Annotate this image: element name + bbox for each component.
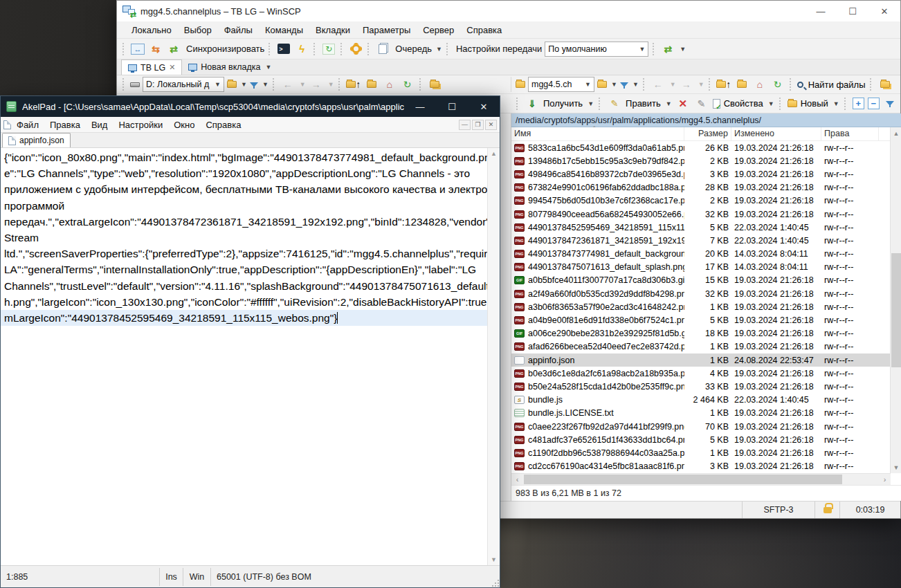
preferences-gear-icon[interactable] [348, 42, 363, 57]
minimize-button[interactable]: — [404, 96, 436, 117]
remote-dir-dropdown[interactable]: mgg4.5.ch▼ [528, 77, 594, 92]
menu-item[interactable]: Команды [259, 25, 309, 35]
editor-line[interactable]: Stream [1, 230, 487, 246]
commands-icon[interactable]: ϟ [294, 42, 309, 57]
delete-icon[interactable]: ✕ [675, 96, 691, 111]
table-row[interactable]: GIFa0b5bfce4011f3007707a17ca8d306b3.gif … [511, 274, 891, 287]
table-row[interactable]: PNGb50e24a528f15cda1d42b0be2535ff9c.png … [511, 380, 891, 393]
menu-item[interactable]: Окно [168, 120, 200, 130]
column-rights[interactable]: Права [821, 127, 879, 140]
close-tab-icon[interactable]: ✕ [169, 63, 175, 72]
scroll-right-icon[interactable]: › [879, 474, 891, 485]
refresh-icon[interactable]: ↻ [321, 42, 336, 57]
table-row[interactable]: PNGcd2cc676190ac4314e5fbc81aaac81f6.png … [511, 460, 891, 473]
compare-panels-icon[interactable]: ↔ [130, 42, 145, 57]
filter-icon[interactable] [620, 82, 628, 87]
table-row[interactable]: PNG5833ca1a6bc543d1e609ff3da0a61ab5.png … [511, 141, 891, 154]
menu-item[interactable]: Справка [200, 120, 246, 130]
sync-browsing-icon[interactable] [877, 77, 893, 92]
rename-icon[interactable]: ✎ [694, 96, 709, 111]
editor-line[interactable]: Channels","trustLevel":"default","versio… [1, 278, 487, 294]
synchronize-icon[interactable]: ⇄ [166, 42, 181, 57]
table-row[interactable]: PNGb0e3d6c1e8da2fc61a98acb2a18b935a.png … [511, 367, 891, 380]
editor-line[interactable]: mLargeIcon":"44901378452595469_34218591_… [1, 310, 487, 326]
table-row[interactable]: appinfo.json 1 KB 24.08.2024 22:53:47 rw… [511, 353, 891, 367]
resize-grip[interactable] [491, 579, 500, 587]
maximize-button[interactable]: ☐ [837, 1, 868, 21]
akelpad-titlebar[interactable]: AkelPad - [C:\Users\samae\AppData\Local\… [1, 96, 500, 117]
home-directory-icon[interactable]: ⌂ [382, 77, 397, 92]
column-modified[interactable]: Изменено [731, 127, 821, 140]
back-icon[interactable]: ← [650, 77, 666, 92]
table-row[interactable]: PNG44901378475071613_default_splash.png … [511, 261, 891, 274]
menu-item[interactable]: Файлы [218, 25, 259, 35]
refresh-panel-icon[interactable]: ↻ [400, 77, 415, 92]
editor-line[interactable]: приложением с удобным интерфейсом, беспл… [1, 181, 487, 197]
transfer-preset-dropdown[interactable]: По умолчанию▼ [545, 42, 648, 57]
scrollbar-thumb[interactable] [524, 475, 842, 484]
winscp-titlebar[interactable]: ⇄ mgg4.5.channelplus – TB LG – WinSCP — … [117, 1, 900, 21]
filter-icon[interactable] [250, 82, 258, 87]
table-row[interactable]: PNG673824e9901c06196fab62ddadbc188a.png … [511, 181, 891, 194]
minimize-button[interactable]: — [805, 1, 837, 21]
vertical-scrollbar[interactable]: ▲ ▼ [890, 127, 901, 473]
new-session-tab[interactable]: Новая вкладка ▼ [182, 59, 277, 75]
table-row[interactable]: PNGc481adfc37e652615d1f43633dd1bc64.png … [511, 433, 891, 446]
transfer-settings-label[interactable]: Настройки передачи [456, 44, 542, 54]
close-button[interactable]: ✕ [868, 1, 900, 21]
parent-directory-icon[interactable]: ↑ [716, 77, 731, 92]
editor-line[interactable]: программой [1, 198, 487, 214]
select-plus-icon[interactable]: + [853, 98, 864, 109]
menu-item[interactable]: Справка [460, 25, 508, 35]
table-row[interactable]: PNGc1190f2dbb96c53879886944c03aa25a.png … [511, 446, 891, 459]
editor-line[interactable]: h.png","largeIcon":"icon_130x130.png","i… [1, 294, 487, 310]
tree-toggle-icon[interactable] [427, 77, 442, 92]
session-tab-active[interactable]: TB LG ✕ [121, 59, 182, 75]
menu-item[interactable]: Параметры [356, 25, 417, 35]
mdi-restore-button[interactable]: ❐ [472, 120, 484, 130]
filter-funnel-icon[interactable] [886, 101, 894, 106]
document-tab[interactable]: appinfo.json [2, 133, 71, 147]
find-files-button[interactable]: Найти файлы [808, 80, 866, 90]
menu-item[interactable]: Файл [11, 120, 44, 130]
scroll-up-icon[interactable]: ▲ [891, 127, 901, 139]
edit-button[interactable]: Править [626, 98, 661, 109]
properties-button[interactable]: Свойства [724, 98, 763, 109]
table-row[interactable]: PNG498496ca85416b89372cb7de03965e3d.p...… [511, 167, 891, 181]
transfer-options-icon[interactable]: ⇄ [660, 42, 675, 57]
new-button[interactable]: Новый [801, 98, 828, 109]
queue-icon[interactable] [375, 42, 390, 57]
mdi-minimize-button[interactable]: — [459, 120, 471, 130]
maximize-button[interactable]: ☐ [436, 96, 468, 117]
scroll-left-icon[interactable]: ‹ [511, 474, 523, 485]
keep-up-to-date-icon[interactable]: ⇆ [148, 42, 163, 57]
table-row[interactable]: PNGc0aee223f267fb92d2a97d441bf299f9.png … [511, 420, 891, 433]
menu-item[interactable]: Настройки [113, 120, 168, 130]
editor-line[interactable]: LA":"generalTerms","internalInstallation… [1, 261, 487, 277]
menu-item[interactable]: Вкладки [309, 25, 356, 35]
table-row[interactable]: PNG139486b17c5ebb15c95a3c9eb79df842.png … [511, 154, 891, 167]
editor-scrollbar[interactable]: ▲ ▼ [487, 148, 500, 565]
table-row[interactable]: PNGafad6266becea52d40eed7ec2e83742d.png … [511, 340, 891, 353]
table-row[interactable]: PNGa3b06f83653a57f90e2acd3c41648242.png … [511, 300, 891, 313]
table-row[interactable]: PNG44901378452595469_34218591_115x115_..… [511, 221, 891, 234]
editor-line[interactable]: e":"LG Channels","type":"web","resolutio… [1, 165, 487, 181]
line-ending[interactable]: Win [183, 568, 211, 586]
remote-path-bar[interactable]: /media/cryptofs/apps/usr/palm/applicatio… [511, 113, 901, 127]
queue-button[interactable]: Очередь [395, 44, 432, 54]
menu-item[interactable]: Правка [44, 120, 86, 130]
back-icon[interactable]: ← [280, 77, 295, 92]
menu-item[interactable]: Локально [125, 25, 178, 35]
synchronize-button[interactable]: Синхронизировать [186, 44, 264, 54]
scroll-down-icon[interactable]: ▼ [488, 554, 500, 565]
forward-icon[interactable]: → [309, 77, 324, 92]
encoding[interactable]: 65001 (UTF-8) без BOM [211, 568, 317, 586]
table-row[interactable]: PNGa2f49a660fd0b535cd392d9ddf8b4298.png … [511, 287, 891, 300]
root-directory-icon[interactable] [734, 77, 749, 92]
scroll-up-icon[interactable]: ▲ [488, 148, 500, 159]
insert-mode[interactable]: Ins [160, 568, 183, 586]
parent-directory-icon[interactable]: ↑ [346, 77, 361, 92]
table-row[interactable]: PNG807798490ceead56a682454930052e66.png … [511, 208, 891, 221]
get-button[interactable]: Получить [543, 98, 583, 109]
editor-line[interactable]: передач.","extraLargeIcon":"449013784723… [1, 214, 487, 230]
